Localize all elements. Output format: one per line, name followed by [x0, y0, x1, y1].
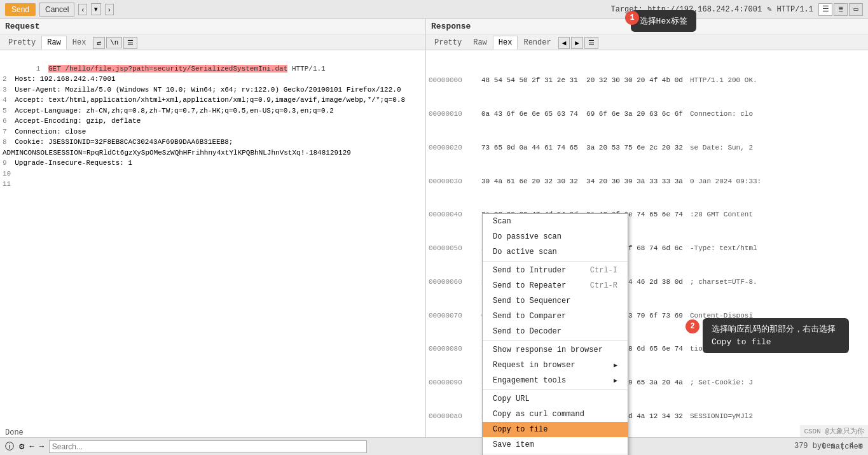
bottom-bar: ⓘ ⚙ ← → 0 matches: [0, 437, 868, 455]
annotation-circle-1: 1: [625, 11, 639, 25]
list-view-button[interactable]: ≣: [834, 3, 848, 16]
annotation-circle-2: 2: [685, 319, 699, 333]
tab-response-raw[interactable]: Raw: [467, 36, 493, 50]
menu-send-sequencer[interactable]: Send to Sequencer: [483, 293, 628, 309]
line-num: 1: [36, 64, 48, 74]
settings-icon[interactable]: ⚙: [19, 441, 24, 452]
menu-save-item[interactable]: Save item: [483, 437, 628, 452]
request-panel: Request Pretty Raw Hex ⇄ \n ☰ 1 GET /hel…: [0, 19, 426, 437]
menu-engagement-tools[interactable]: Engagement tools: [483, 373, 628, 388]
menu-do-passive-scan[interactable]: Do passive scan: [483, 229, 628, 244]
menu-do-active-scan[interactable]: Do active scan: [483, 244, 628, 260]
tab-response-render[interactable]: Render: [518, 36, 556, 50]
menu-sep3: [483, 389, 628, 390]
tab-response-hex[interactable]: Hex: [493, 36, 518, 50]
response-icon-next[interactable]: ▶: [571, 37, 583, 49]
response-tab-bar: Pretty Raw Hex Render ◀ ▶ ☰: [426, 34, 868, 50]
edit-icon[interactable]: ✎: [767, 4, 771, 14]
request-tab-bar: Pretty Raw Hex ⇄ \n ☰: [0, 34, 425, 50]
csdn-watermark: CSDN @大象只为你: [800, 425, 868, 437]
search-box: [49, 440, 816, 453]
request-icon-newline[interactable]: \n: [106, 37, 122, 48]
split-view-button[interactable]: ☰: [818, 3, 832, 16]
size-info: 379 bytes | 4 m: [794, 442, 863, 451]
menu-show-response-browser[interactable]: Show response in browser: [483, 342, 628, 358]
tab-request-hex[interactable]: Hex: [67, 36, 92, 50]
response-icon-prev[interactable]: ◀: [558, 37, 570, 49]
menu-send-comparer[interactable]: Send to Comparer: [483, 309, 628, 324]
main-content: Request Pretty Raw Hex ⇄ \n ☰ 1 GET /hel…: [0, 19, 868, 437]
protocol-label: HTTP/1.1: [776, 5, 813, 14]
forward-nav-icon[interactable]: →: [39, 442, 44, 451]
request-header: Request: [0, 19, 425, 34]
menu-copy-to-file[interactable]: Copy to file: [483, 422, 628, 437]
menu-send-intruder[interactable]: Send to IntruderCtrl-I: [483, 263, 628, 278]
request-text: 1 GET /hello/file.jsp?path=security/Seri…: [3, 53, 423, 200]
done-label: Done: [5, 428, 24, 437]
menu-sep2: [483, 340, 628, 341]
tab-response-pretty[interactable]: Pretty: [429, 36, 467, 50]
request-icon-transfer[interactable]: ⇄: [93, 37, 105, 49]
context-menu: Scan Do passive scan Do active scan Send…: [482, 213, 628, 455]
request-icon-menu[interactable]: ☰: [123, 37, 137, 49]
menu-sep4: [483, 454, 628, 454]
menu-copy-curl[interactable]: Copy as curl command: [483, 407, 628, 422]
tab-request-raw[interactable]: Raw: [41, 36, 67, 50]
help-icon[interactable]: ⓘ: [5, 441, 14, 452]
response-icon-menu[interactable]: ☰: [584, 37, 598, 49]
menu-copy-url[interactable]: Copy URL: [483, 391, 628, 407]
search-input[interactable]: [49, 440, 367, 453]
menu-sep1: [483, 261, 628, 262]
toolbar-left: Send Cancel ‹ ▾ ›: [5, 3, 114, 17]
tab-request-pretty[interactable]: Pretty: [3, 36, 41, 50]
annotation-bubble-1: 选择Hex标签: [631, 10, 696, 32]
single-view-button[interactable]: ▭: [849, 3, 863, 16]
request-content: 1 GET /hello/file.jsp?path=security/Seri…: [0, 50, 425, 437]
status-bar: 379 bytes | 4 m: [794, 437, 868, 455]
menu-send-repeater[interactable]: Send to RepeaterCtrl-R: [483, 278, 628, 293]
forward-button[interactable]: ›: [105, 4, 114, 15]
back-nav-icon[interactable]: ←: [29, 442, 34, 451]
back-button[interactable]: ‹: [78, 4, 87, 15]
menu-send-decoder[interactable]: Send to Decoder: [483, 324, 628, 339]
annotation-bubble-2: 选择响应乱码的那部分，右击选择Copy to file: [703, 318, 849, 353]
cancel-button[interactable]: Cancel: [39, 3, 74, 17]
nav-dropdown[interactable]: ▾: [91, 3, 101, 15]
top-toolbar: Send Cancel ‹ ▾ › Target: http://192.168…: [0, 0, 868, 19]
send-button[interactable]: Send: [5, 3, 36, 16]
view-toggle: ☰ ≣ ▭: [818, 3, 863, 16]
menu-scan[interactable]: Scan: [483, 214, 628, 229]
menu-request-in-browser[interactable]: Request in browser: [483, 358, 628, 373]
